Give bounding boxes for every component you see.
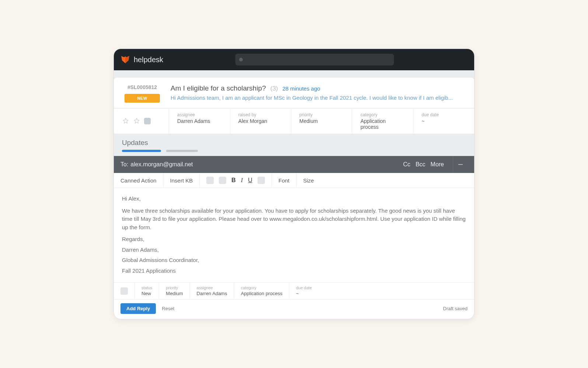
- format-group: B I U: [200, 173, 272, 188]
- meta-label: category: [241, 286, 283, 290]
- status-value[interactable]: New: [141, 291, 152, 296]
- brand-name: helpdesk: [134, 56, 163, 64]
- underline-button[interactable]: U: [248, 177, 252, 184]
- to-address[interactable]: alex.morgan@gmail.net: [130, 161, 193, 168]
- due-date-value[interactable]: ~: [421, 118, 466, 124]
- size-select[interactable]: Size: [297, 173, 321, 188]
- ticket-title[interactable]: Am I eligible for a scholarship?: [171, 84, 266, 92]
- draft-status: Draft saved: [443, 306, 468, 311]
- tab-indicator-active: [122, 150, 161, 152]
- search-icon: [239, 58, 243, 61]
- compose-meta-row: status New priority Medium assignee Darr…: [114, 282, 474, 300]
- body-signature: Global Admissions Coordinator,: [122, 256, 466, 265]
- to-label: To:: [120, 161, 128, 168]
- category-value[interactable]: Application process: [241, 291, 283, 296]
- checkbox-icon[interactable]: [120, 287, 128, 295]
- tab-updates[interactable]: Updates: [122, 139, 466, 147]
- due-date-value[interactable]: ~: [296, 291, 468, 296]
- body-paragraph: We have three scholarships available for…: [122, 207, 466, 232]
- compose-toolbar: Canned Action Insert KB B I U Font Size: [114, 173, 474, 188]
- toolbar-box-icon[interactable]: [258, 177, 265, 184]
- meta-label: status: [141, 286, 152, 290]
- cc-button[interactable]: Cc: [403, 161, 410, 168]
- meta-label: priority: [166, 286, 183, 290]
- insert-kb-button[interactable]: Insert KB: [164, 173, 200, 188]
- ticket-meta-row: assignee Darren Adams raised by Alex Mor…: [114, 108, 474, 134]
- raised-by-value[interactable]: Alex Morgan: [238, 118, 283, 124]
- ticket-preview: Hi Admissions team, I am an applicant fo…: [171, 95, 466, 101]
- category-value[interactable]: Application process: [360, 118, 405, 130]
- assignee-value[interactable]: Darren Adams: [177, 118, 222, 124]
- reply-count: (3): [270, 85, 278, 92]
- priority-value[interactable]: Medium: [300, 118, 344, 124]
- body-signature: Darren Adams,: [122, 246, 466, 254]
- meta-label: assignee: [197, 286, 227, 290]
- meta-label: priority: [300, 112, 344, 117]
- collapse-icon[interactable]: [453, 156, 468, 173]
- toolbar-box-icon[interactable]: [219, 177, 226, 184]
- meta-label: assignee: [177, 112, 222, 117]
- assignee-value[interactable]: Darren Adams: [197, 291, 227, 296]
- meta-label: category: [360, 112, 405, 117]
- compose-footer: Add Reply Reset Draft saved: [114, 300, 474, 319]
- body-regards: Regards,: [122, 235, 466, 244]
- search-input[interactable]: [235, 54, 394, 66]
- ticket-card: #SL0005812 NEW Am I eligible for a schol…: [114, 78, 474, 134]
- reset-button[interactable]: Reset: [162, 306, 174, 311]
- app-window: helpdesk #SL0005812 NEW Am I eligible fo…: [113, 49, 475, 319]
- svg-rect-0: [458, 164, 463, 165]
- tabs-section: Updates: [114, 134, 474, 156]
- ticket-id: #SL0005812: [127, 84, 157, 90]
- toolbar-box-icon[interactable]: [206, 177, 214, 184]
- status-badge: NEW: [125, 94, 160, 103]
- meta-label: due date: [296, 286, 468, 290]
- priority-value[interactable]: Medium: [166, 291, 183, 296]
- star-outline-icon[interactable]: [133, 117, 140, 125]
- bold-button[interactable]: B: [231, 177, 236, 184]
- tab-indicator-inactive[interactable]: [166, 150, 198, 152]
- star-outline-icon[interactable]: [122, 117, 129, 125]
- ticket-time: 28 minutes ago: [283, 85, 321, 92]
- meta-label: raised by: [238, 112, 283, 117]
- topbar: helpdesk: [114, 49, 474, 70]
- bcc-button[interactable]: Bcc: [416, 161, 426, 168]
- color-tag-icon[interactable]: [144, 118, 151, 124]
- italic-button[interactable]: I: [241, 177, 243, 184]
- canned-action-button[interactable]: Canned Action: [114, 173, 164, 188]
- compose-body[interactable]: Hi Alex, We have three scholarships avai…: [114, 188, 474, 282]
- compose-header: To: alex.morgan@gmail.net Cc Bcc More: [114, 156, 474, 173]
- font-select[interactable]: Font: [272, 173, 297, 188]
- body-signature: Fall 2021 Applications: [122, 267, 466, 275]
- fox-logo-icon: [120, 55, 130, 64]
- meta-label: due date: [421, 112, 466, 117]
- compose-panel: To: alex.morgan@gmail.net Cc Bcc More Ca…: [114, 156, 474, 319]
- body-greeting: Hi Alex,: [122, 195, 466, 203]
- more-button[interactable]: More: [431, 161, 444, 168]
- add-reply-button[interactable]: Add Reply: [120, 303, 156, 314]
